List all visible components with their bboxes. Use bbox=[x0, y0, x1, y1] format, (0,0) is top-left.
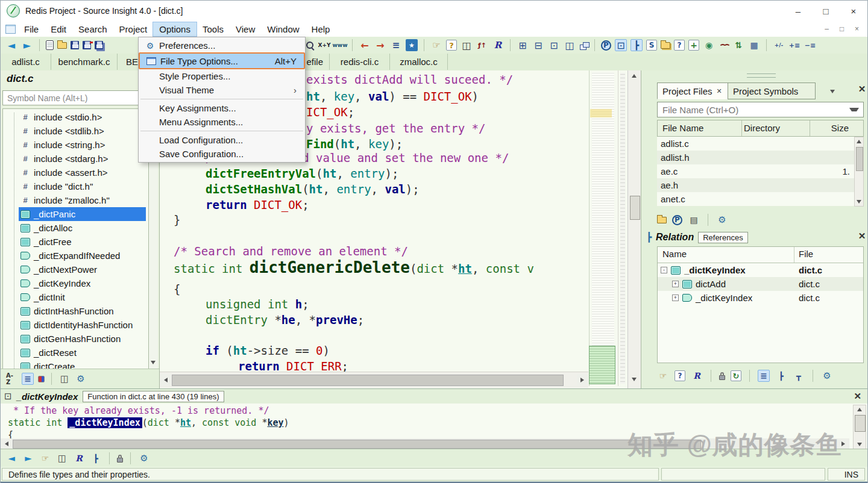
column-size[interactable]: Size bbox=[831, 123, 849, 133]
new-file-icon[interactable] bbox=[46, 40, 54, 50]
scroll-down-icon[interactable] bbox=[857, 200, 861, 204]
scroll-left-button[interactable] bbox=[160, 374, 171, 385]
r-symbol-icon[interactable]: R bbox=[73, 452, 85, 464]
lock-icon[interactable] bbox=[719, 375, 725, 380]
relation-icon[interactable]: ┣ bbox=[90, 452, 102, 464]
chevron-down-icon[interactable] bbox=[849, 108, 859, 111]
file-list-scrollbar[interactable] bbox=[854, 137, 864, 207]
minimize-button[interactable]: – bbox=[784, 1, 812, 21]
file-doc-icon[interactable]: ▤ bbox=[688, 214, 700, 226]
menu-project[interactable]: Project bbox=[113, 22, 154, 36]
favorites-icon[interactable]: ★ bbox=[406, 39, 418, 51]
lock-icon[interactable] bbox=[117, 458, 123, 463]
vertical-graph-icon[interactable]: ┳ bbox=[793, 370, 805, 382]
close-button[interactable]: × bbox=[840, 1, 867, 21]
menu-item-file-type-options[interactable]: File Type Options...Alt+Y bbox=[139, 52, 305, 69]
menu-file[interactable]: File bbox=[18, 22, 45, 36]
settings-gear-icon[interactable]: ⚙ bbox=[821, 370, 833, 382]
scroll-up-icon[interactable] bbox=[632, 74, 637, 78]
menu-item-preferences[interactable]: ⚙Preferences... bbox=[139, 39, 305, 52]
menu-item-style-properties[interactable]: Style Properties... bbox=[139, 69, 305, 83]
nav-back-icon[interactable]: ◄ bbox=[5, 452, 17, 464]
menu-item-load-configuration[interactable]: Load Configuration... bbox=[139, 133, 305, 147]
file-row[interactable]: anet.c bbox=[657, 192, 855, 206]
menu-item-visual-theme[interactable]: Visual Theme› bbox=[139, 83, 305, 97]
menu-item-menu-assignments[interactable]: Menu Assignments... bbox=[139, 115, 305, 129]
file-row[interactable]: adlist.c bbox=[657, 137, 855, 151]
plus-minus-icon[interactable]: +/- bbox=[773, 39, 785, 51]
save-as-icon[interactable] bbox=[83, 41, 91, 49]
scrollbar-thumb[interactable] bbox=[13, 440, 701, 449]
child-close-button[interactable]: × bbox=[850, 23, 864, 35]
minimap-visible-region[interactable] bbox=[589, 346, 615, 384]
bird-icon[interactable] bbox=[719, 42, 729, 49]
file-table-header[interactable]: File Name Directory Size bbox=[657, 120, 864, 137]
context-window-icon[interactable]: ⊡ bbox=[615, 39, 627, 51]
collapse-icon[interactable]: - bbox=[661, 267, 667, 273]
menu-tools[interactable]: Tools bbox=[197, 22, 230, 36]
doc-help-icon[interactable]: ? bbox=[674, 40, 685, 51]
symbol-window-icon[interactable]: S bbox=[646, 40, 657, 51]
save-all-icon[interactable] bbox=[95, 41, 103, 49]
fx-up-icon[interactable]: ƒ↑ bbox=[476, 39, 488, 51]
scrollbar-thumb[interactable] bbox=[855, 415, 866, 432]
search-files-icon[interactable] bbox=[305, 40, 315, 50]
scroll-down-icon[interactable] bbox=[857, 443, 862, 446]
scroll-right-button[interactable] bbox=[838, 439, 849, 448]
relation-row[interactable]: -_dictKeyIndexdict.c bbox=[658, 263, 863, 277]
menu-window[interactable]: Window bbox=[261, 22, 305, 36]
context-close-icon[interactable]: ✕ bbox=[854, 391, 861, 402]
open-folder-icon[interactable] bbox=[657, 217, 667, 223]
save-icon[interactable] bbox=[71, 41, 79, 49]
scrollbar-thumb[interactable] bbox=[856, 147, 863, 171]
symbol-type-view-icon[interactable] bbox=[38, 376, 45, 382]
tab-project-files[interactable]: Project Files ✕ bbox=[657, 83, 728, 99]
scrollbar-thumb[interactable] bbox=[630, 196, 640, 220]
editor-vertical-scrollbar[interactable] bbox=[627, 70, 641, 388]
document-tab[interactable]: benchmark.c bbox=[51, 54, 118, 70]
column-name[interactable]: Name bbox=[662, 249, 687, 259]
grid-doc-icon[interactable]: ▦ bbox=[748, 39, 760, 51]
relation-window-icon[interactable]: ┣ bbox=[631, 39, 643, 51]
web-search-icon[interactable]: www bbox=[334, 39, 346, 51]
settings-gear-icon[interactable]: ⚙ bbox=[138, 452, 150, 464]
file-name-combo[interactable]: File Name (Ctrl+O) bbox=[657, 102, 864, 117]
relation-table-header[interactable]: Name File bbox=[658, 247, 863, 263]
menu-options[interactable]: Options bbox=[153, 22, 197, 36]
menu-view[interactable]: View bbox=[230, 22, 261, 36]
scroll-down-icon[interactable] bbox=[632, 378, 637, 381]
file-row[interactable]: adlist.h bbox=[657, 151, 855, 164]
document-tab[interactable]: redis-cli.c bbox=[330, 54, 390, 70]
layout-quad-icon[interactable]: ⊞ bbox=[517, 39, 529, 51]
menu-item-save-configuration[interactable]: Save Configuration... bbox=[139, 147, 305, 161]
web-doc-icon[interactable]: ◉ bbox=[703, 39, 715, 51]
ref-back-icon[interactable]: ← bbox=[359, 39, 371, 51]
settings-gear-icon[interactable]: ⚙ bbox=[75, 373, 87, 385]
book-icon[interactable]: ◫ bbox=[56, 452, 68, 464]
child-restore-button[interactable]: □ bbox=[835, 23, 849, 35]
column-file[interactable]: File bbox=[799, 249, 813, 259]
context-vertical-scrollbar[interactable] bbox=[853, 405, 866, 449]
layout-single-icon[interactable]: ⊡ bbox=[548, 39, 560, 51]
menu-search[interactable]: Search bbox=[72, 22, 113, 36]
child-minimize-button[interactable]: – bbox=[820, 23, 834, 35]
help-doc-icon[interactable]: ? bbox=[446, 40, 457, 51]
project-circle-icon[interactable]: P bbox=[672, 215, 682, 225]
book-icon[interactable]: ◫ bbox=[461, 39, 473, 51]
book-icon[interactable]: ◫ bbox=[58, 373, 71, 385]
project-window-icon[interactable]: P bbox=[601, 40, 611, 51]
expand-icon[interactable]: + bbox=[672, 294, 679, 301]
scroll-right-button[interactable] bbox=[577, 374, 588, 385]
scrollbar-thumb[interactable] bbox=[172, 375, 564, 386]
nav-forward-icon[interactable]: ► bbox=[21, 39, 33, 51]
cascade-windows-icon[interactable] bbox=[579, 42, 588, 49]
expand-icon[interactable]: + bbox=[672, 281, 679, 287]
file-row[interactable]: ae.h bbox=[657, 178, 855, 192]
maximize-button[interactable]: □ bbox=[812, 1, 840, 21]
r-symbol-icon[interactable]: R bbox=[492, 39, 504, 51]
new-relation-icon[interactable]: ? bbox=[675, 370, 685, 381]
panel-splitter-grip[interactable] bbox=[747, 73, 776, 78]
document-tab[interactable]: zmalloc.c bbox=[390, 54, 448, 70]
relation-row[interactable]: +dictAdddict.c bbox=[658, 277, 863, 291]
context-horizontal-scrollbar[interactable] bbox=[1, 438, 849, 449]
